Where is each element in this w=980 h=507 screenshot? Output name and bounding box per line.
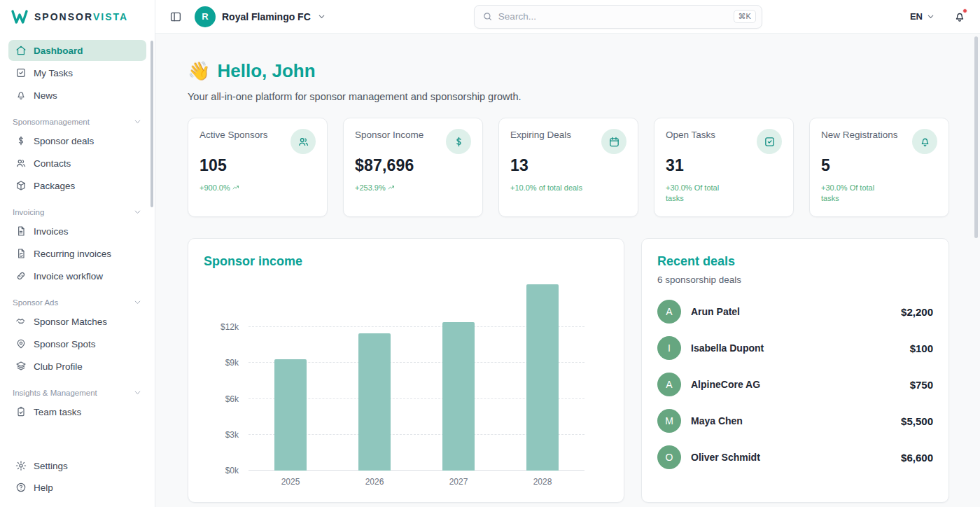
sidebar-item-label: Dashboard	[34, 46, 83, 56]
deal-avatar: M	[657, 409, 681, 433]
sidebar-section-sponsor-ads[interactable]: Sponsor Ads	[10, 298, 145, 307]
greeting-text: Hello, John	[217, 60, 315, 82]
sidebar: SPONSORVISTA DashboardMy TasksNewsSponso…	[0, 0, 155, 507]
deal-amount: $6,600	[901, 452, 933, 464]
sidebar-item-label: Club Profile	[34, 361, 83, 372]
check-square-icon-badge	[757, 129, 782, 154]
sidebar-item-label: Packages	[34, 181, 75, 191]
users-icon	[15, 158, 27, 169]
bell-icon-badge	[912, 129, 937, 154]
deal-row[interactable]: AArun Patel$2,200	[657, 293, 933, 330]
sidebar-section-insights-management[interactable]: Insights & Management	[10, 388, 145, 397]
deal-row[interactable]: OOliver Schmidt$6,600	[657, 439, 933, 475]
sidebar-item-label: Sponsor Spots	[34, 339, 96, 349]
home-icon	[15, 45, 27, 56]
sidebar-toggle-button[interactable]	[169, 11, 182, 23]
sidebar-nav: DashboardMy TasksNewsSponsormanagementSp…	[0, 34, 155, 507]
notifications-button[interactable]	[953, 11, 966, 23]
sidebar-item-contacts[interactable]: Contacts	[8, 153, 146, 174]
topbar: R Royal Flamingo FC ⌘K EN	[155, 0, 980, 34]
chevron-down-icon	[926, 12, 935, 21]
bar-2027[interactable]	[442, 322, 475, 471]
sidebar-item-label: Sponsor deals	[34, 136, 94, 146]
sidebar-item-label: Help	[34, 482, 53, 493]
y-tick-label: $6k	[206, 394, 239, 404]
map-pin-icon	[15, 338, 27, 349]
y-tick-label: $3k	[206, 430, 239, 440]
sidebar-item-my-tasks[interactable]: My Tasks	[8, 62, 146, 83]
chart-title: Sponsor income	[204, 254, 608, 269]
sidebar-item-recurring-invoices[interactable]: Recurring invoices	[8, 243, 146, 264]
team-selector[interactable]: R Royal Flamingo FC	[195, 6, 326, 27]
sidebar-item-invoice-workflow[interactable]: Invoice workflow	[8, 265, 146, 286]
stat-card-active-sponsors: Active Sponsors105+900.0%	[188, 118, 328, 217]
deal-name: Isabella Dupont	[691, 342, 900, 354]
dollar-icon	[453, 136, 465, 148]
stat-delta: +10.0% of total deals	[510, 183, 583, 193]
deal-name: Maya Chen	[691, 415, 891, 426]
bar-2025[interactable]	[274, 359, 307, 471]
sidebar-item-label: Sponsor Matches	[34, 317, 107, 327]
sidebar-section-label: Insights & Management	[13, 389, 97, 397]
search-icon	[482, 11, 493, 22]
sidebar-item-sponsor-spots[interactable]: Sponsor Spots	[8, 333, 146, 354]
sidebar-item-news[interactable]: News	[8, 85, 146, 106]
stat-card-sponsor-income: Sponsor Income$87,696+253.9%	[343, 118, 483, 217]
bell-icon	[919, 136, 931, 148]
sidebar-item-packages[interactable]: Packages	[8, 175, 146, 196]
recent-deals-title: Recent deals	[657, 254, 933, 269]
chart-plot-area: $0k$3k$6k$9k$12k	[248, 282, 584, 471]
topbar-right: EN	[910, 11, 966, 23]
users-icon	[298, 136, 309, 148]
stat-delta: +253.9%	[355, 183, 428, 193]
clipboard-check-icon	[15, 406, 27, 417]
search-input[interactable]	[498, 11, 728, 22]
chevron-down-icon	[133, 117, 142, 126]
sidebar-item-label: Invoices	[34, 226, 69, 237]
users-icon-badge	[290, 129, 316, 154]
chart-x-axis: 2025202620272028	[248, 477, 584, 487]
search-box[interactable]: ⌘K	[474, 5, 762, 29]
package-icon	[15, 180, 27, 191]
bell-icon	[15, 90, 27, 101]
logo[interactable]: SPONSORVISTA	[0, 0, 155, 34]
deal-row[interactable]: IIsabella Dupont$100	[657, 330, 933, 366]
language-label: EN	[910, 11, 923, 22]
main-content: 👋 Hello, John Your all-in-one platform f…	[155, 34, 980, 507]
stat-value: 5	[821, 156, 937, 175]
page-scrollbar[interactable]	[974, 36, 978, 238]
sidebar-item-sponsor-deals[interactable]: Sponsor deals	[8, 130, 146, 151]
notification-dot	[962, 8, 967, 13]
sidebar-scrollbar[interactable]	[150, 41, 153, 207]
x-axis-label: 2026	[332, 477, 416, 487]
sidebar-item-invoices[interactable]: Invoices	[8, 221, 146, 242]
y-tick-label: $9k	[206, 358, 239, 368]
sidebar-section-sponsormanagement[interactable]: Sponsormanagement	[10, 117, 145, 126]
chevron-down-icon	[133, 388, 142, 397]
stat-card-expiring-deals: Expiring Deals13+10.0% of total deals	[498, 118, 638, 217]
sidebar-item-dashboard[interactable]: Dashboard	[8, 40, 146, 61]
x-axis-label: 2025	[248, 477, 332, 487]
sidebar-item-club-profile[interactable]: Club Profile	[8, 356, 146, 377]
sidebar-item-team-tasks[interactable]: Team tasks	[8, 401, 146, 422]
bar-2026[interactable]	[358, 333, 391, 471]
sidebar-item-settings[interactable]: Settings	[8, 455, 146, 476]
search-area: ⌘K	[339, 5, 897, 29]
deal-row[interactable]: MMaya Chen$5,500	[657, 403, 933, 439]
stat-label: Sponsor Income	[355, 129, 424, 141]
bars-group	[248, 282, 584, 471]
sponsor-income-card: Sponsor income $0k$3k$6k$9k$12k 20252026…	[188, 238, 624, 503]
sidebar-bottom-group: SettingsHelp	[7, 454, 148, 499]
deal-name: Arun Patel	[691, 306, 891, 317]
bar-2028[interactable]	[526, 284, 559, 471]
page-subtitle: Your all-in-one platform for sponsor man…	[188, 91, 949, 102]
sidebar-item-help[interactable]: Help	[8, 477, 146, 498]
stat-delta: +30.0% Of total tasks	[666, 183, 738, 204]
stats-row: Active Sponsors105+900.0%Sponsor Income$…	[188, 118, 949, 217]
panel-toggle-icon	[169, 11, 182, 23]
team-name: Royal Flamingo FC	[222, 11, 311, 22]
deal-row[interactable]: AAlpineCore AG$750	[657, 366, 933, 403]
sidebar-item-sponsor-matches[interactable]: Sponsor Matches	[8, 311, 146, 332]
language-selector[interactable]: EN	[910, 11, 935, 22]
sidebar-section-invoicing[interactable]: Invoicing	[10, 207, 145, 216]
